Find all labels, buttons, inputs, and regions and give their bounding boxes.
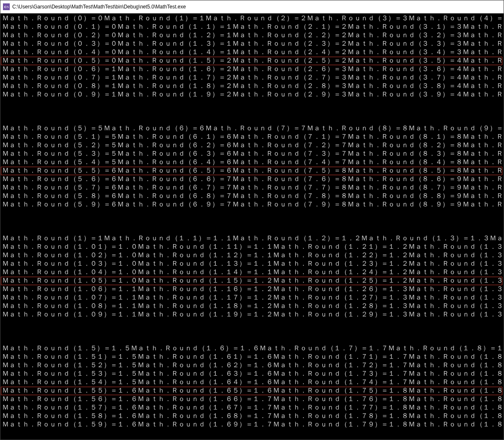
console-area[interactable]: Ｍａｔｈ．Ｒｏｕｎｄ（０）＝０Ｍａｔｈ．Ｒｏｕｎｄ（１）＝１Ｍａｔｈ．Ｒｏｕｎｄ… (0, 14, 504, 440)
titlebar[interactable]: C:\ C:\Users\Garson\Desktop\MathTest\Mat… (0, 0, 504, 14)
console-output: Ｍａｔｈ．Ｒｏｕｎｄ（０）＝０Ｍａｔｈ．Ｒｏｕｎｄ（１）＝１Ｍａｔｈ．Ｒｏｕｎｄ… (0, 14, 504, 430)
window-title: C:\Users\Garson\Desktop\MathTest\MathTes… (12, 4, 186, 10)
console-window: C:\ C:\Users\Garson\Desktop\MathTest\Mat… (0, 0, 504, 440)
app-icon: C:\ (3, 3, 10, 10)
